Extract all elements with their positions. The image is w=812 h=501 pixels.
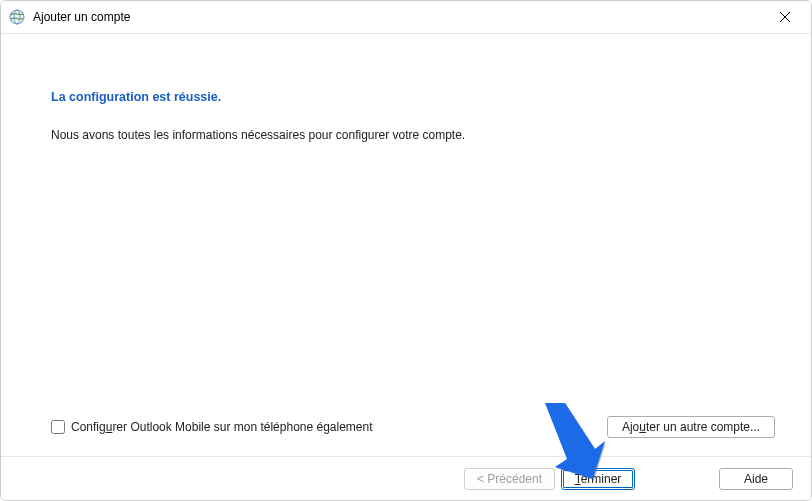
close-icon <box>780 12 790 22</box>
success-body: Nous avons toutes les informations néces… <box>51 128 761 142</box>
help-button[interactable]: Aide <box>719 468 793 490</box>
footer: < Précédent Terminer Aide <box>1 456 811 500</box>
checkbox-text: Configurer Outlook Mobile sur mon téléph… <box>71 420 373 434</box>
svg-point-0 <box>10 10 24 24</box>
close-button[interactable] <box>763 2 807 32</box>
back-button: < Précédent <box>464 468 555 490</box>
globe-icon <box>9 9 25 25</box>
success-heading: La configuration est réussie. <box>51 90 761 104</box>
titlebar: Ajouter un compte <box>1 1 811 33</box>
outlook-mobile-checkbox[interactable] <box>51 420 65 434</box>
add-another-account-button[interactable]: Ajouter un autre compte... <box>607 416 775 438</box>
wizard-nav-group: < Précédent Terminer <box>464 468 635 490</box>
lower-row: Configurer Outlook Mobile sur mon téléph… <box>51 416 775 438</box>
window-title: Ajouter un compte <box>33 10 763 24</box>
content-area: La configuration est réussie. Nous avons… <box>1 34 811 456</box>
outlook-mobile-checkbox-label[interactable]: Configurer Outlook Mobile sur mon téléph… <box>51 420 373 434</box>
finish-button[interactable]: Terminer <box>561 468 635 490</box>
